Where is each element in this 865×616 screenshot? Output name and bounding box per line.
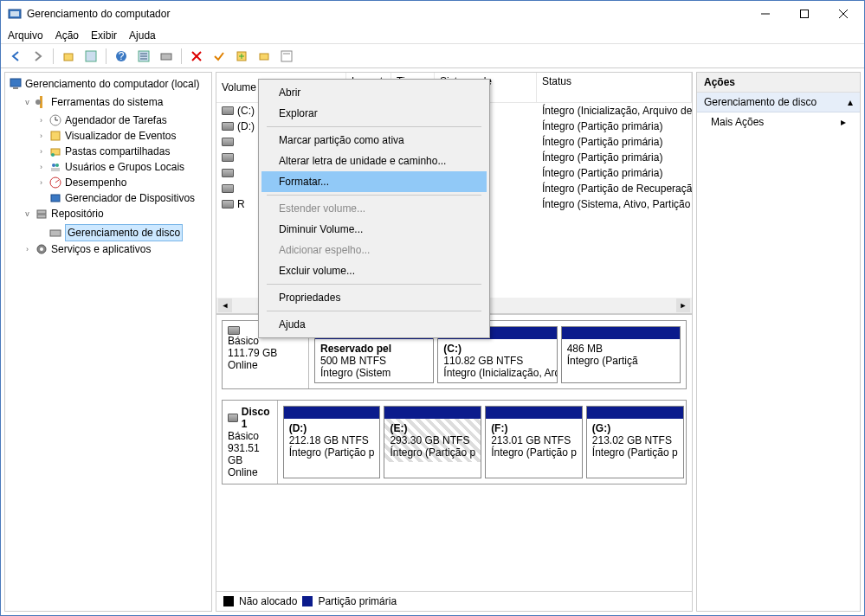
partition[interactable]: (D:)212.18 GB NTFSÍntegro (Partição p [283, 406, 381, 478]
svg-point-32 [55, 164, 59, 167]
menu-separator [267, 284, 481, 285]
tree-item[interactable]: Agendador de Tarefas [65, 112, 167, 128]
partition[interactable]: 486 MBÍntegro (Partiçã [561, 326, 681, 383]
menu-item[interactable]: Alterar letra de unidade e caminho... [261, 151, 487, 171]
partition-stripe [587, 407, 683, 419]
expand-icon[interactable]: › [36, 147, 46, 157]
forward-button[interactable] [29, 47, 48, 66]
delete-button[interactable] [187, 47, 206, 66]
tree-group-services[interactable]: Serviços e aplicativos [51, 241, 151, 257]
actions-panel: Ações Gerenciamento de disco ▴ Mais Açõe… [696, 72, 861, 612]
perf-icon [48, 176, 62, 189]
tree-item[interactable]: Visualizador de Eventos [65, 128, 177, 144]
menu-item[interactable]: Marcar partição como ativa [261, 130, 487, 151]
title-bar: Gerenciamento do computador [1, 1, 864, 27]
svg-rect-38 [37, 215, 46, 218]
tree-group-tools[interactable]: Ferramentas do sistema [51, 94, 163, 110]
nav-tree[interactable]: Gerenciamento do computador (local) v Fe… [4, 72, 212, 612]
tree-item[interactable]: Usuários e Grupos Locais [65, 159, 184, 175]
disk-map[interactable]: Básico111.79 GBOnline Reservado pel500 M… [216, 315, 692, 591]
chevron-right-icon: ▸ [841, 116, 846, 128]
close-button[interactable] [823, 2, 862, 26]
collapse-icon[interactable]: v [23, 98, 32, 107]
context-menu[interactable]: AbrirExplorarMarcar partição como ativaA… [258, 79, 490, 338]
computer-icon [9, 77, 23, 91]
back-button[interactable] [6, 47, 25, 66]
actions-more[interactable]: Mais Ações ▸ [697, 112, 860, 132]
scan-button[interactable] [255, 47, 274, 66]
menu-help[interactable]: Ajuda [129, 29, 156, 42]
tree-item-diskmgmt[interactable]: Gerenciamento de disco [65, 224, 183, 241]
scheduler-icon [48, 113, 62, 127]
svg-rect-19 [281, 51, 292, 61]
tree-item[interactable]: Gerenciador de Dispositivos [65, 190, 195, 206]
menu-file[interactable]: Arquivo [8, 29, 43, 42]
scroll-left-icon[interactable]: ◄ [218, 298, 232, 312]
svg-rect-18 [260, 54, 268, 60]
view-button[interactable] [81, 47, 100, 66]
storage-icon [35, 207, 48, 221]
shared-icon [48, 144, 62, 158]
volume-icon [222, 184, 234, 193]
users-icon [48, 160, 62, 174]
expand-icon[interactable]: › [23, 245, 32, 254]
svg-point-30 [51, 153, 55, 157]
tree-item[interactable]: Desempenho [65, 175, 126, 190]
menu-item[interactable]: Ajuda [261, 314, 487, 335]
menu-item[interactable]: Explorar [261, 103, 487, 124]
menu-item[interactable]: Excluir volume... [261, 260, 487, 281]
partition-stripe [562, 327, 680, 339]
menu-item: Estender volume... [261, 198, 487, 219]
actions-section[interactable]: Gerenciamento de disco ▴ [697, 93, 860, 112]
up-button[interactable] [59, 47, 78, 66]
disk-icon[interactable] [157, 47, 176, 66]
refresh-button[interactable] [232, 47, 251, 66]
legend-unalloc: Não alocado [239, 595, 297, 607]
menu-item[interactable]: Abrir [261, 82, 487, 103]
menu-item[interactable]: Diminuir Volume... [261, 219, 487, 240]
menu-item[interactable]: Propriedades [261, 287, 487, 308]
app-icon [8, 7, 22, 21]
menu-action[interactable]: Ação [55, 29, 79, 42]
tree-group-storage[interactable]: Repositório [51, 206, 104, 221]
svg-rect-7 [86, 51, 96, 61]
list-button[interactable] [134, 47, 153, 66]
menu-item[interactable]: Formatar... [261, 171, 487, 192]
menu-separator [267, 195, 481, 196]
menu-bar: Arquivo Ação Exibir Ajuda [1, 27, 864, 44]
tree-item[interactable]: Pastas compartilhadas [65, 144, 170, 159]
help-button[interactable]: ? [112, 47, 131, 66]
tree-root[interactable]: Gerenciamento do computador (local) [25, 76, 199, 92]
menu-separator [267, 311, 481, 311]
partition[interactable]: (E:)293.30 GB NTFSÍntegro (Partição p [384, 406, 481, 478]
svg-rect-1 [10, 11, 19, 16]
minimize-button[interactable] [746, 2, 784, 26]
properties-button[interactable] [277, 47, 296, 66]
expand-icon[interactable]: › [36, 132, 46, 141]
actions-title: Ações [697, 73, 860, 93]
svg-rect-22 [13, 87, 18, 89]
svg-rect-14 [161, 54, 171, 60]
collapse-icon[interactable]: v [23, 209, 32, 219]
menu-item: Adicionar espelho... [261, 240, 487, 260]
main-panel: Volume Layout Tipo Sistema de Arquivos S… [216, 72, 693, 612]
svg-rect-6 [64, 54, 73, 61]
svg-rect-21 [10, 79, 21, 87]
volume-list: Volume Layout Tipo Sistema de Arquivos S… [216, 73, 692, 315]
expand-icon[interactable]: › [36, 178, 46, 188]
expand-icon[interactable]: › [36, 163, 46, 172]
tools-icon [35, 95, 48, 109]
partition[interactable]: (F:)213.01 GB NTFSÍntegro (Partição p [485, 406, 583, 478]
menu-view[interactable]: Exibir [91, 29, 117, 42]
legend-swatch-unalloc [223, 596, 234, 606]
col-status[interactable]: Status [537, 73, 692, 102]
partition[interactable]: (G:)213.02 GB NTFSÍntegro (Partição p [586, 406, 684, 478]
disk-icon [228, 326, 240, 335]
volume-icon [222, 138, 234, 146]
check-button[interactable] [210, 47, 229, 66]
legend-primary: Partição primária [318, 595, 397, 607]
scroll-right-icon[interactable]: ► [676, 298, 690, 312]
expand-icon[interactable]: › [36, 116, 46, 125]
svg-point-41 [40, 247, 43, 251]
maximize-button[interactable] [784, 2, 823, 26]
